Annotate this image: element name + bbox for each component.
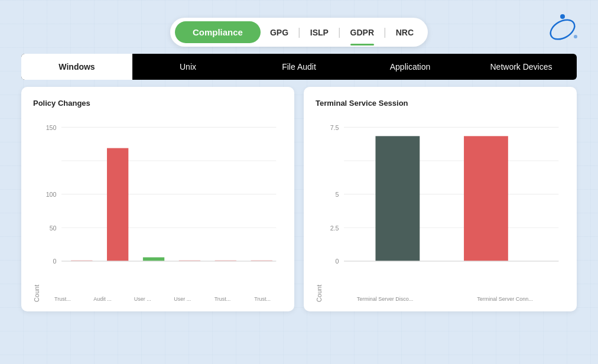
terminal-session-area: Count 7.5 5 2.5 0 [316, 115, 565, 302]
x-label-6: Trust... [242, 296, 282, 302]
compliance-button[interactable]: Compliance [175, 21, 261, 43]
x-label-4: User ... [162, 296, 203, 302]
x-label-1: Trust... [43, 296, 83, 302]
policy-changes-x-labels: Trust... Audit ... User ... User ... Tru… [43, 296, 282, 302]
policy-changes-svg: 150 100 50 0 [43, 115, 282, 291]
tab-file-audit[interactable]: File Audit [243, 54, 355, 80]
policy-changes-area: Count 150 100 50 0 [33, 115, 282, 302]
nav-items: GPG | ISLP | GDPR | NRC [270, 26, 423, 38]
nav-item-gpg[interactable]: GPG [270, 28, 288, 37]
tab-windows[interactable]: Windows [21, 54, 132, 80]
x-label-conn: Terminal Server Conn... [445, 296, 565, 302]
svg-rect-28 [375, 136, 420, 261]
policy-changes-inner: 150 100 50 0 [43, 115, 282, 302]
x-label-2: Audit ... [83, 296, 123, 302]
separator-2: | [338, 26, 341, 38]
terminal-session-svg: 7.5 5 2.5 0 [325, 115, 565, 291]
nav-item-nrc[interactable]: NRC [396, 28, 414, 37]
top-nav: Compliance GPG | ISLP | GDPR | NRC [170, 18, 428, 47]
policy-changes-y-label: Count [33, 115, 40, 302]
tabs-row: Windows Unix File Audit Application Netw… [21, 54, 577, 80]
charts-row: Policy Changes Count 150 100 50 [21, 87, 577, 311]
terminal-session-x-labels: Terminal Server Disco... Terminal Server… [325, 296, 565, 302]
svg-point-2 [574, 35, 577, 38]
tab-network-devices[interactable]: Network Devices [466, 54, 577, 80]
main-container: Compliance GPG | ISLP | GDPR | NRC Windo… [0, 0, 598, 311]
separator-3: | [384, 26, 386, 38]
terminal-session-title: Terminal Service Session [316, 99, 565, 108]
svg-text:5: 5 [336, 191, 339, 198]
policy-changes-card: Policy Changes Count 150 100 50 [21, 87, 294, 311]
svg-rect-29 [464, 136, 508, 261]
svg-text:0: 0 [336, 258, 339, 265]
svg-text:0: 0 [53, 258, 57, 265]
tab-application[interactable]: Application [355, 54, 466, 80]
x-label-5: Trust... [203, 296, 243, 302]
terminal-session-inner: 7.5 5 2.5 0 Terminal Server Disco... T [325, 115, 565, 302]
svg-rect-14 [143, 257, 164, 261]
svg-point-1 [560, 14, 565, 19]
svg-point-0 [547, 16, 578, 43]
nav-item-gdpr[interactable]: GDPR [350, 28, 374, 37]
svg-rect-13 [107, 148, 128, 261]
separator-1: | [298, 26, 301, 38]
tab-unix[interactable]: Unix [132, 54, 243, 80]
x-label-3: User ... [122, 296, 162, 302]
svg-text:7.5: 7.5 [330, 124, 339, 131]
policy-changes-title: Policy Changes [33, 99, 282, 108]
svg-text:100: 100 [46, 191, 57, 198]
svg-text:150: 150 [46, 124, 57, 131]
terminal-session-card: Terminal Service Session Count 7.5 5 [304, 87, 577, 311]
svg-text:50: 50 [50, 225, 57, 232]
orbit-icon [545, 12, 580, 47]
x-label-disco: Terminal Server Disco... [325, 296, 445, 302]
svg-text:2.5: 2.5 [330, 225, 339, 232]
nav-item-islp[interactable]: ISLP [310, 28, 329, 37]
terminal-session-y-label: Count [316, 115, 323, 302]
